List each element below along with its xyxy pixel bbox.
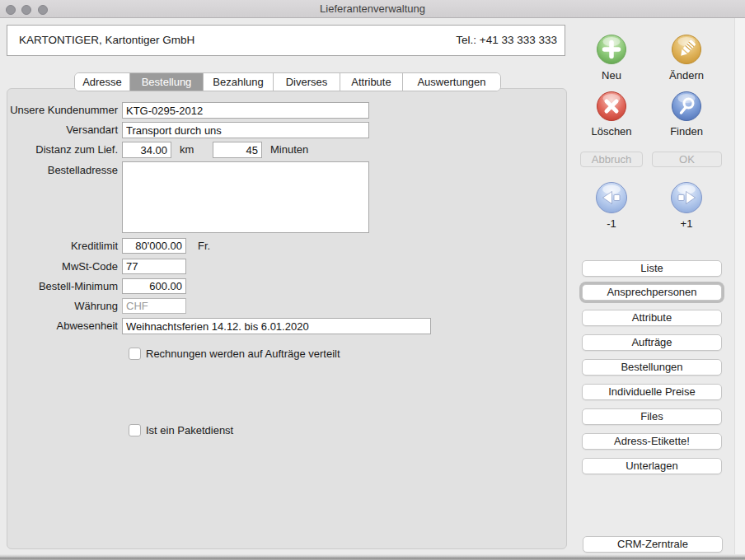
minutes-unit-label: Minuten <box>270 142 308 158</box>
absence-input[interactable] <box>122 318 431 334</box>
magnifier-icon <box>671 91 702 122</box>
previous-record-label: -1 <box>579 217 644 230</box>
credit-limit-label: Kreditlimit <box>7 238 118 254</box>
next-record-label: +1 <box>654 217 719 230</box>
window-title: Lieferantenverwaltung <box>0 0 745 18</box>
vat-code-label: MwSt-Code <box>7 259 118 274</box>
crm-zentrale-button[interactable]: CRM-Zerntrale <box>583 536 723 553</box>
parcel-service-checkbox-label: Ist ein Paketdienst <box>146 424 233 436</box>
record-header: KARTONTIGER, Kartontiger GmbH Tel.: +41 … <box>7 25 565 56</box>
ok-button[interactable]: OK <box>652 152 722 167</box>
order-address-textarea[interactable] <box>122 161 369 233</box>
order-minimum-input[interactable] <box>122 278 186 294</box>
parcel-service-checkbox[interactable] <box>129 424 141 436</box>
currency-input <box>122 298 186 314</box>
arrow-left-icon <box>595 181 628 214</box>
pencil-icon <box>671 34 702 65</box>
vat-code-input[interactable] <box>122 259 186 274</box>
distance-label: Distanz zum Lief. <box>7 142 118 158</box>
app-window: Lieferantenverwaltung KARTONTIGER, Karto… <box>0 0 745 560</box>
tab-bestellung[interactable]: Bestellung <box>130 73 204 91</box>
delete-button-label: Löschen <box>579 125 644 138</box>
tab-attribute[interactable]: Attribute <box>340 73 403 91</box>
new-button[interactable] <box>596 34 627 65</box>
cancel-button[interactable]: Abbruch <box>580 152 643 167</box>
distance-minutes-input[interactable] <box>213 142 262 158</box>
currency-label: Währung <box>7 298 118 314</box>
plus-icon <box>596 34 627 65</box>
distance-km-input[interactable] <box>122 142 171 158</box>
company-name: KARTONTIGER, Kartontiger GmbH <box>19 26 194 55</box>
find-button[interactable] <box>671 91 702 122</box>
new-button-label: Neu <box>579 69 644 82</box>
shipping-method-input[interactable] <box>122 122 369 138</box>
nav-ansprechpersonen-button[interactable]: Ansprechpersonen <box>582 284 722 301</box>
nav-liste-button[interactable]: Liste <box>582 260 722 277</box>
currency-unit-label: Fr. <box>198 238 210 254</box>
window-right-edge <box>734 18 745 554</box>
customer-number-label: Unsere Kundenummer <box>7 102 118 119</box>
order-minimum-label: Bestell-Minimum <box>7 278 118 294</box>
credit-limit-input[interactable] <box>122 238 186 254</box>
edit-button-label: Ändern <box>654 69 719 82</box>
customer-number-input[interactable] <box>122 102 369 119</box>
invoices-checkbox[interactable] <box>129 348 141 360</box>
title-bar: Lieferantenverwaltung <box>0 0 745 18</box>
nav-individuelle-preise-button[interactable]: Individuelle Preise <box>582 384 722 400</box>
tab-auswertungen[interactable]: Auswertungen <box>403 73 500 91</box>
invoices-checkbox-label: Rechnungen werden auf Aufträge verteilt <box>146 348 340 360</box>
tab-diverses[interactable]: Diverses <box>274 73 340 91</box>
phone-number: Tel.: +41 33 333 333 <box>456 26 557 55</box>
nav-auftraege-button[interactable]: Aufträge <box>582 334 722 351</box>
shipping-method-label: Versandart <box>7 122 118 138</box>
order-address-label: Bestelladresse <box>7 164 118 177</box>
absence-label: Abwesenheit <box>7 318 118 334</box>
nav-attribute-button[interactable]: Attribute <box>582 310 722 326</box>
edit-button[interactable] <box>671 34 702 65</box>
nav-bestellungen-button[interactable]: Bestellungen <box>582 359 722 376</box>
find-button-label: Finden <box>654 125 719 138</box>
tab-bar: Adresse Bestellung Bezahlung Diverses At… <box>74 72 501 91</box>
window-bottom-edge <box>0 554 745 560</box>
next-record-button[interactable] <box>670 181 703 214</box>
tab-bezahlung[interactable]: Bezahlung <box>204 73 274 91</box>
nav-files-button[interactable]: Files <box>582 408 722 425</box>
tab-adresse[interactable]: Adresse <box>75 73 130 91</box>
x-icon <box>596 91 627 122</box>
delete-button[interactable] <box>596 91 627 122</box>
nav-adress-etikette-button[interactable]: Adress-Etikette! <box>582 433 722 450</box>
nav-unterlagen-button[interactable]: Unterlagen <box>582 458 722 474</box>
arrow-right-icon <box>670 181 703 214</box>
km-unit-label: km <box>180 142 194 158</box>
previous-record-button[interactable] <box>595 181 628 214</box>
